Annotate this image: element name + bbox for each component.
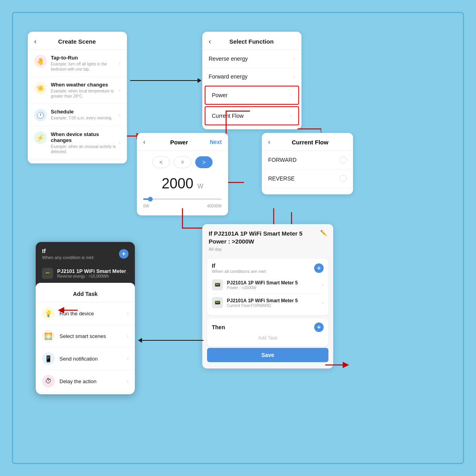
chevron-icon: ›: [294, 74, 295, 79]
forward-label: FORWARD: [268, 157, 340, 163]
operator-row: < = >: [137, 151, 228, 172]
condition-sub-2: Current Flow:FORWARD: [227, 303, 322, 308]
condition-title-1: PJ2101A 1P WiFi Smart Meter 5: [227, 280, 322, 286]
cf-item-reverse[interactable]: REVERSE: [262, 169, 353, 188]
current-flow-panel: ‹ Current Flow FORWARD REVERSE: [262, 133, 353, 194]
weather-title: When weather changes: [51, 82, 117, 88]
back-icon[interactable]: ‹: [268, 138, 270, 146]
tap-to-run-desc: Example: turn off all lights in the bedr…: [51, 61, 117, 72]
create-scene-panel: ‹ Create Scene 🤚 Tap-to-Run Example: tur…: [28, 32, 127, 163]
if-section-title: If: [212, 263, 267, 269]
func-item-current-flow[interactable]: Current Flow ›: [205, 106, 299, 125]
select-function-header: ‹ Select Function: [202, 32, 301, 50]
task-item-smart-scenes[interactable]: 🌅 Select smart scenes ›: [36, 325, 135, 347]
if-dark-panel: If When any condition is met: + 📟 PJ2101…: [36, 242, 135, 394]
power-panel: ‹ Power Next < = > 2000 W 0W 40000W: [137, 133, 228, 215]
chevron-icon: ›: [127, 356, 129, 361]
add-task-header: Add Task: [36, 288, 135, 302]
scene-item-weather[interactable]: ☀️ When weather changes Example: when lo…: [28, 77, 127, 104]
condition-icon-2: 📟: [212, 297, 223, 308]
dark-if-subtitle: When any condition is met:: [42, 255, 94, 260]
scene-item-schedule[interactable]: 🕐 Schedule Example: 7:00 a.m. every morn…: [28, 104, 127, 127]
func-item-reverse-energy[interactable]: Reverse energy ›: [202, 50, 301, 68]
dark-add-button[interactable]: +: [119, 249, 129, 259]
greater-than-button[interactable]: >: [195, 156, 213, 168]
schedule-desc: Example: 7:00 a.m. every morning.: [51, 115, 117, 121]
power-unit: W: [198, 183, 203, 190]
power-panel-header: ‹ Power Next: [137, 133, 228, 151]
reverse-energy-label: Reverse energy: [209, 56, 292, 62]
func-item-power[interactable]: Power ›: [205, 86, 299, 105]
chevron-icon: ›: [127, 333, 129, 339]
func-item-forward-energy[interactable]: Forward energy ›: [202, 68, 301, 86]
then-title: Then: [212, 324, 225, 330]
slider-min: 0W: [143, 204, 149, 208]
chevron-icon: ›: [290, 92, 292, 98]
dark-condition-item[interactable]: 📟 PJ2101 1P WiFi Smart Meter Reverse ene…: [36, 264, 135, 283]
task-item-notification[interactable]: 📱 Send notification ›: [36, 347, 135, 370]
device-status-icon: ⚡: [34, 131, 47, 144]
power-title: Power: [148, 139, 209, 146]
power-slider[interactable]: [137, 195, 228, 203]
condition-sub-1: Power : >2000W: [227, 286, 322, 290]
all-day-label: All day: [209, 247, 327, 251]
equals-button[interactable]: =: [174, 156, 191, 168]
reverse-radio[interactable]: [340, 175, 347, 182]
slider-labels: 0W 40000W: [137, 203, 228, 209]
notification-label: Send notification: [60, 356, 127, 362]
chevron-icon: ›: [127, 311, 129, 316]
save-button[interactable]: Save: [207, 348, 328, 362]
create-scene-title: Create Scene: [40, 38, 121, 45]
add-task-modal: Add Task 💡 Run the device › 🌅 Select sma…: [36, 283, 135, 394]
dark-condition-icon: 📟: [42, 268, 53, 279]
current-flow-header: ‹ Current Flow: [262, 133, 353, 151]
add-condition-button[interactable]: +: [314, 263, 324, 273]
power-label: Power: [212, 92, 289, 98]
add-task-button[interactable]: +: [314, 322, 324, 332]
arrow-to-select-function: [130, 78, 202, 83]
red-run-device-arrow: [58, 305, 78, 315]
power-value: 2000 W: [137, 172, 228, 195]
chevron-icon: ›: [119, 61, 121, 66]
tap-to-run-title: Tap-to-Run: [51, 55, 117, 61]
back-icon[interactable]: ‹: [143, 138, 145, 146]
schedule-icon: 🕐: [34, 109, 47, 121]
then-section: Then + Add Task: [207, 319, 328, 346]
svg-marker-2: [58, 307, 64, 313]
if-section-sub: When all conditions are met:: [212, 269, 267, 274]
cf-item-forward[interactable]: FORWARD: [262, 151, 353, 169]
back-icon[interactable]: ‹: [209, 37, 211, 46]
condition-row-1[interactable]: 📟 PJ2101A 1P WiFi Smart Meter 5 Power : …: [212, 276, 324, 294]
current-flow-label: Current Flow: [212, 113, 289, 119]
next-button[interactable]: Next: [210, 139, 222, 145]
chevron-icon: ›: [119, 88, 121, 93]
condition-row-2[interactable]: 📟 PJ2101A 1P WiFi Smart Meter 5 Current …: [212, 294, 324, 311]
tap-to-run-icon: 🤚: [34, 55, 47, 67]
back-icon[interactable]: ‹: [34, 37, 36, 46]
dark-item-sub: Reverse energy : >10,000Wh: [57, 274, 126, 278]
device-status-desc: Example: when an unusual activity is det…: [51, 144, 117, 154]
schedule-title: Schedule: [51, 109, 117, 115]
less-than-button[interactable]: <: [152, 156, 170, 168]
add-task-text: Add Task: [212, 335, 324, 341]
chevron-icon: ›: [322, 300, 324, 305]
weather-desc: Example: when local temperature is great…: [51, 88, 117, 99]
chevron-icon: ›: [294, 56, 295, 61]
dark-if-title: If: [42, 248, 94, 254]
task-item-delay[interactable]: ⏱ Delay the action ›: [36, 370, 135, 393]
create-scene-header: ‹ Create Scene: [28, 32, 127, 50]
forward-radio[interactable]: [340, 156, 347, 163]
then-header: Then +: [212, 322, 324, 332]
dark-item-title: PJ2101 1P WiFi Smart Meter: [57, 268, 126, 274]
select-function-panel: ‹ Select Function Reverse energy › Forwa…: [202, 32, 301, 129]
if-main-title: If PJ2101A 1P WiFi Smart Meter 5 Power :…: [209, 230, 320, 245]
scene-item-device-status[interactable]: ⚡ When device status changes Example: wh…: [28, 127, 127, 159]
chevron-icon: ›: [127, 271, 129, 276]
slider-max: 40000W: [207, 204, 222, 208]
edit-icon[interactable]: ✏️: [320, 230, 327, 236]
condition-title-2: PJ2101A 1P WiFi Smart Meter 5: [227, 298, 322, 303]
notification-icon: 📱: [42, 352, 55, 365]
scene-item-tap-to-run[interactable]: 🤚 Tap-to-Run Example: turn off all light…: [28, 50, 127, 77]
current-flow-title: Current Flow: [273, 139, 347, 146]
task-item-run-device[interactable]: 💡 Run the device ›: [36, 302, 135, 325]
